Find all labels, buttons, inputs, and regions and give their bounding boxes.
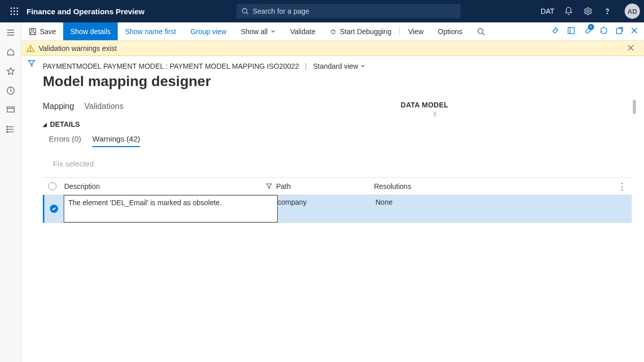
recent-icon[interactable]: [6, 86, 16, 96]
home-icon[interactable]: [6, 47, 16, 57]
main-content: PAYMENTMODEL PAYMENT MODEL : PAYMENT MOD…: [21, 56, 644, 362]
warnings-grid: Description Path Resolutions ⋮ The eleme…: [43, 177, 632, 223]
svg-point-4: [14, 11, 15, 12]
left-rail: [0, 22, 21, 362]
favorites-icon[interactable]: [6, 66, 16, 76]
show-name-first-button[interactable]: Show name first: [118, 22, 183, 40]
filter-icon[interactable]: [266, 182, 272, 190]
splitter-handle[interactable]: ||: [434, 111, 436, 117]
save-button[interactable]: Save: [21, 22, 63, 40]
banner-message: Validation warnings exist: [39, 44, 117, 52]
svg-point-40: [30, 50, 31, 50]
row-resolutions-cell: None: [375, 195, 632, 222]
close-page-icon[interactable]: [631, 27, 638, 36]
validate-button[interactable]: Validate: [283, 22, 323, 40]
options-button[interactable]: Options: [431, 22, 469, 40]
svg-point-32: [478, 29, 483, 34]
table-row[interactable]: The element 'DEL_Email' is marked as obs…: [43, 195, 632, 222]
row-description-cell[interactable]: The element 'DEL_Email' is marked as obs…: [64, 195, 278, 222]
svg-point-22: [7, 126, 8, 127]
top-header: Finance and Operations Preview Search fo…: [0, 0, 644, 22]
start-debugging-button[interactable]: Start Debugging: [323, 22, 398, 40]
breadcrumb-path: PAYMENTMODEL PAYMENT MODEL : PAYMENT MOD…: [43, 62, 299, 70]
search-command-icon[interactable]: [470, 22, 492, 40]
tab-mapping[interactable]: Mapping: [43, 102, 74, 113]
popout-icon[interactable]: [615, 26, 624, 37]
help-icon[interactable]: [602, 6, 612, 16]
chevron-down-icon: [360, 64, 365, 69]
divider: [399, 26, 400, 36]
svg-point-28: [331, 30, 335, 34]
refresh-icon[interactable]: [599, 26, 608, 37]
svg-line-33: [482, 33, 485, 35]
data-model-heading: DATA MODEL: [400, 101, 448, 109]
badge-count: 0: [588, 24, 594, 30]
svg-point-24: [7, 131, 8, 132]
svg-point-6: [11, 14, 12, 15]
fix-selected-button: Fix selected: [43, 159, 632, 168]
svg-point-2: [17, 8, 18, 9]
page-title: Model mapping designer: [43, 73, 632, 90]
collapse-icon: ◢: [43, 122, 47, 127]
svg-rect-26: [31, 29, 34, 31]
column-resolutions[interactable]: Resolutions: [374, 182, 632, 190]
warning-icon: [26, 44, 35, 52]
command-bar-right: 0: [550, 22, 644, 40]
scrollbar-thumb[interactable]: [633, 100, 636, 114]
svg-line-10: [246, 13, 248, 15]
svg-point-0: [11, 8, 12, 9]
svg-point-23: [7, 129, 8, 130]
svg-rect-27: [31, 32, 35, 35]
company-label[interactable]: DAT: [541, 7, 554, 15]
svg-point-1: [14, 8, 15, 9]
app-launcher-icon[interactable]: [4, 7, 24, 15]
settings-icon[interactable]: [583, 6, 593, 16]
svg-rect-36: [616, 29, 622, 34]
show-details-button[interactable]: Show details: [63, 22, 118, 40]
column-path[interactable]: Path: [276, 182, 374, 190]
view-selector[interactable]: Standard view: [313, 62, 365, 70]
group-view-button[interactable]: Group view: [183, 22, 234, 40]
row-checkbox[interactable]: [44, 195, 64, 222]
user-avatar[interactable]: AD: [625, 4, 640, 19]
primary-tabs: Mapping Validations: [43, 102, 123, 113]
notifications-icon[interactable]: [564, 6, 574, 16]
svg-rect-17: [7, 107, 14, 112]
select-all-checkbox[interactable]: [43, 182, 62, 190]
svg-point-12: [607, 13, 607, 14]
modules-icon[interactable]: [6, 124, 16, 134]
details-section-toggle[interactable]: ◢ DETAILS: [43, 120, 632, 128]
attachments-badge-icon[interactable]: 0: [583, 26, 592, 37]
svg-point-5: [17, 11, 18, 12]
svg-point-7: [14, 14, 15, 15]
hamburger-icon[interactable]: [6, 27, 16, 38]
grid-header-row: Description Path Resolutions ⋮: [43, 178, 632, 195]
svg-rect-34: [568, 27, 574, 34]
tab-warnings[interactable]: Warnings (42): [92, 134, 140, 147]
svg-point-8: [17, 14, 18, 15]
details-sub-tabs: Errors (0) Warnings (42): [43, 134, 632, 147]
command-bar: Save Show details Show name first Group …: [0, 22, 644, 41]
tab-validations[interactable]: Validations: [84, 102, 123, 113]
svg-point-11: [587, 10, 589, 13]
checkmark-icon: [50, 205, 58, 213]
grid-more-icon[interactable]: ⋮: [618, 181, 627, 192]
header-right: DAT AD: [541, 4, 640, 19]
search-input[interactable]: Search for a page: [236, 4, 461, 18]
workspace-icon[interactable]: [6, 105, 16, 115]
breadcrumb: PAYMENTMODEL PAYMENT MODEL : PAYMENT MOD…: [43, 62, 632, 70]
search-placeholder: Search for a page: [253, 7, 309, 15]
row-path-cell: company: [278, 195, 375, 222]
banner-close-icon[interactable]: [628, 44, 638, 53]
primary-tabs-row: Mapping Validations DATA MODEL ||: [43, 102, 632, 113]
svg-point-3: [11, 11, 12, 12]
attach-icon[interactable]: [550, 26, 559, 37]
app-title: Finance and Operations Preview: [26, 7, 145, 16]
validation-warning-banner: Validation warnings exist: [0, 41, 644, 56]
column-description[interactable]: Description: [62, 182, 276, 190]
svg-point-9: [243, 9, 247, 13]
show-all-dropdown[interactable]: Show all: [234, 22, 283, 40]
tab-errors[interactable]: Errors (0): [49, 134, 81, 147]
office-icon[interactable]: [567, 26, 576, 37]
view-button[interactable]: View: [401, 22, 431, 40]
